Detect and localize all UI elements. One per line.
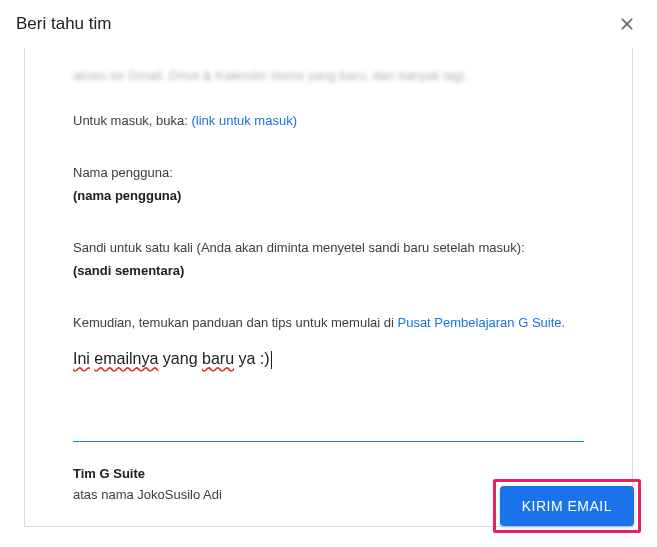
password-label: Sandi untuk satu kali (Anda akan diminta… xyxy=(73,238,584,258)
editable-word: baru xyxy=(202,350,234,367)
editable-word: Ini xyxy=(73,350,90,367)
username-value: (nama pengguna) xyxy=(73,186,584,206)
editable-word: emailnya xyxy=(94,350,158,367)
text-cursor xyxy=(271,351,272,369)
send-email-button[interactable]: KIRIM EMAIL xyxy=(500,486,634,526)
email-content: akses ke Gmail, Drive & Kalender bisnis … xyxy=(24,48,633,527)
close-icon xyxy=(617,14,637,34)
username-label: Nama pengguna: xyxy=(73,163,584,183)
dialog-title: Beri tahu tim xyxy=(16,14,111,34)
divider xyxy=(73,441,584,442)
guide-link[interactable]: Pusat Pembelajaran G Suite. xyxy=(397,315,565,330)
close-button[interactable] xyxy=(613,10,641,38)
editable-text-area[interactable]: Ini emailnya yang baru ya :) xyxy=(73,350,272,369)
partial-cutoff-text: akses ke Gmail, Drive & Kalender bisnis … xyxy=(73,68,584,83)
login-link[interactable]: (link untuk masuk) xyxy=(192,113,297,128)
guide-line: Kemudian, temukan panduan dan tips untuk… xyxy=(73,313,584,333)
login-line: Untuk masuk, buka: (link untuk masuk) xyxy=(73,111,584,131)
editable-word: ya :) xyxy=(238,350,269,367)
password-value: (sandi sementara) xyxy=(73,261,584,281)
editable-word: yang xyxy=(163,350,198,367)
send-button-highlight: KIRIM EMAIL xyxy=(493,479,641,533)
login-prompt: Untuk masuk, buka: xyxy=(73,113,192,128)
guide-text: Kemudian, temukan panduan dan tips untuk… xyxy=(73,315,397,330)
